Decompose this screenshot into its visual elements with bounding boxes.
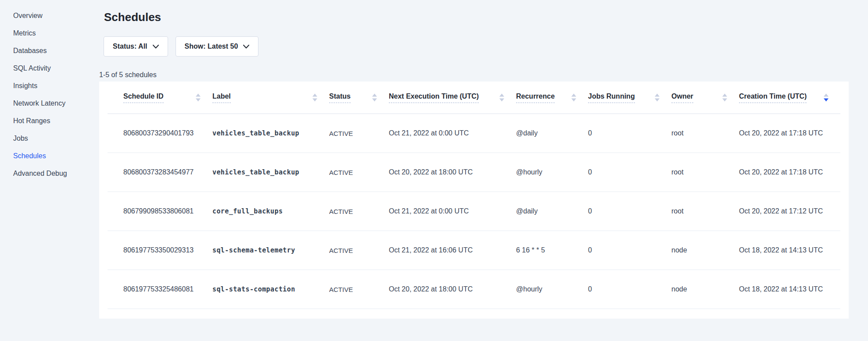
cell-schedule_id: 806197753350029313: [108, 231, 212, 270]
sidebar-item-metrics[interactable]: Metrics: [13, 25, 99, 42]
cell-label: vehicles_table_backup: [212, 153, 329, 192]
column-header-label: Recurrence: [516, 92, 555, 103]
sidebar-item-advanced-debug[interactable]: Advanced Debug: [13, 165, 99, 182]
schedules-table: Schedule IDLabelStatusNext Execution Tim…: [108, 82, 840, 309]
status-filter-dropdown[interactable]: Status: All: [104, 36, 168, 57]
sidebar-item-hot-ranges[interactable]: Hot Ranges: [13, 112, 99, 130]
sort-arrows-icon: [195, 93, 201, 102]
column-header-label: Status: [329, 92, 351, 103]
cell-schedule_id: 806197753325486081: [108, 270, 212, 309]
sort-arrows-icon: [571, 93, 577, 102]
cell-schedule_id: 806800373290401793: [108, 114, 212, 153]
chevron-down-icon: [243, 45, 249, 49]
sort-arrows-icon: [722, 93, 728, 102]
sidebar-item-jobs[interactable]: Jobs: [13, 130, 99, 147]
sidebar-nav: Overview Metrics Databases SQL Activity …: [0, 7, 99, 182]
cell-status: ACTIVE: [329, 114, 389, 153]
cell-owner: node: [671, 231, 739, 270]
column-header-label: Jobs Running: [588, 92, 635, 103]
cell-next_execution: Oct 20, 2022 at 18:00 UTC: [389, 270, 516, 309]
cell-next_execution: Oct 20, 2022 at 18:00 UTC: [389, 153, 516, 192]
cell-schedule_id: 806800373283454977: [108, 153, 212, 192]
column-header-next_execution[interactable]: Next Execution Time (UTC): [389, 82, 516, 114]
table-body: 806800373290401793vehicles_table_backupA…: [108, 114, 840, 309]
table-row: 806197753350029313sql-schema-telemetryAC…: [108, 231, 840, 270]
sort-arrows-icon: [654, 93, 660, 102]
cell-owner: node: [671, 270, 739, 309]
cell-owner: root: [671, 192, 739, 231]
show-filter-dropdown[interactable]: Show: Latest 50: [176, 36, 259, 57]
cell-recurrence: @hourly: [516, 270, 588, 309]
sort-arrows-icon: [823, 93, 829, 102]
table-row: 806800373290401793vehicles_table_backupA…: [108, 114, 840, 153]
column-header-status[interactable]: Status: [329, 82, 389, 114]
cell-status: ACTIVE: [329, 231, 389, 270]
column-header-owner[interactable]: Owner: [671, 82, 739, 114]
show-filter-label: Show: Latest 50: [185, 43, 238, 50]
cell-status: ACTIVE: [329, 270, 389, 309]
column-header-schedule_id[interactable]: Schedule ID: [108, 82, 212, 114]
cell-label: sql-stats-compaction: [212, 270, 329, 309]
cell-jobs_running: 0: [588, 231, 671, 270]
cell-creation_time: Oct 20, 2022 at 17:18 UTC: [739, 153, 840, 192]
table-row: 806800373283454977vehicles_table_backupA…: [108, 153, 840, 192]
cell-next_execution: Oct 21, 2022 at 0:00 UTC: [389, 114, 516, 153]
cell-status: ACTIVE: [329, 153, 389, 192]
cell-owner: root: [671, 114, 739, 153]
sort-arrows-icon: [372, 93, 377, 102]
schedules-count: 1-5 of 5 schedules: [99, 71, 849, 79]
column-header-label: Next Execution Time (UTC): [389, 92, 479, 103]
cell-jobs_running: 0: [588, 192, 671, 231]
cell-creation_time: Oct 18, 2022 at 14:13 UTC: [739, 231, 840, 270]
column-header-label[interactable]: Label: [212, 82, 329, 114]
column-header-label: Creation Time (UTC): [739, 92, 807, 103]
cell-jobs_running: 0: [588, 153, 671, 192]
cell-schedule_id: 806799098533806081: [108, 192, 212, 231]
cell-status: ACTIVE: [329, 192, 389, 231]
page-title: Schedules: [104, 11, 849, 23]
main-content: Schedules Status: All Show: Latest 50 1-…: [99, 0, 849, 319]
filter-bar: Status: All Show: Latest 50: [104, 36, 849, 57]
sidebar-item-databases[interactable]: Databases: [13, 42, 99, 60]
cell-jobs_running: 0: [588, 270, 671, 309]
cell-creation_time: Oct 20, 2022 at 17:12 UTC: [739, 192, 840, 231]
cell-next_execution: Oct 21, 2022 at 0:00 UTC: [389, 192, 516, 231]
status-filter-label: Status: All: [113, 43, 147, 50]
cell-label: vehicles_table_backup: [212, 114, 329, 153]
sidebar-item-insights[interactable]: Insights: [13, 77, 99, 95]
schedules-table-card: Schedule IDLabelStatusNext Execution Tim…: [99, 82, 849, 319]
sidebar-item-overview[interactable]: Overview: [13, 7, 99, 25]
column-header-recurrence[interactable]: Recurrence: [516, 82, 588, 114]
cell-jobs_running: 0: [588, 114, 671, 153]
column-header-creation_time[interactable]: Creation Time (UTC): [739, 82, 840, 114]
cell-creation_time: Oct 20, 2022 at 17:18 UTC: [739, 114, 840, 153]
cell-recurrence: @daily: [516, 192, 588, 231]
cell-label: sql-schema-telemetry: [212, 231, 329, 270]
cell-recurrence: 6 16 * * 5: [516, 231, 588, 270]
sidebar-item-network-latency[interactable]: Network Latency: [13, 95, 99, 112]
sidebar-item-sql-activity[interactable]: SQL Activity: [13, 60, 99, 77]
table-row: 806799098533806081core_full_backupsACTIV…: [108, 192, 840, 231]
column-header-label: Schedule ID: [123, 92, 164, 103]
cell-owner: root: [671, 153, 739, 192]
cell-creation_time: Oct 18, 2022 at 14:13 UTC: [739, 270, 840, 309]
chevron-down-icon: [153, 45, 159, 49]
schedules-page: Overview Metrics Databases SQL Activity …: [0, 0, 868, 341]
table-row: 806197753325486081sql-stats-compactionAC…: [108, 270, 840, 309]
sort-arrows-icon: [499, 93, 505, 102]
cell-recurrence: @daily: [516, 114, 588, 153]
cell-label: core_full_backups: [212, 192, 329, 231]
cell-next_execution: Oct 21, 2022 at 16:06 UTC: [389, 231, 516, 270]
sidebar-item-schedules[interactable]: Schedules: [13, 147, 99, 165]
sidebar: Overview Metrics Databases SQL Activity …: [0, 7, 99, 182]
cell-recurrence: @hourly: [516, 153, 588, 192]
sort-arrows-icon: [312, 93, 318, 102]
table-header: Schedule IDLabelStatusNext Execution Tim…: [108, 82, 840, 114]
column-header-label: Owner: [671, 92, 693, 103]
column-header-label: Label: [212, 92, 231, 103]
column-header-jobs_running[interactable]: Jobs Running: [588, 82, 671, 114]
